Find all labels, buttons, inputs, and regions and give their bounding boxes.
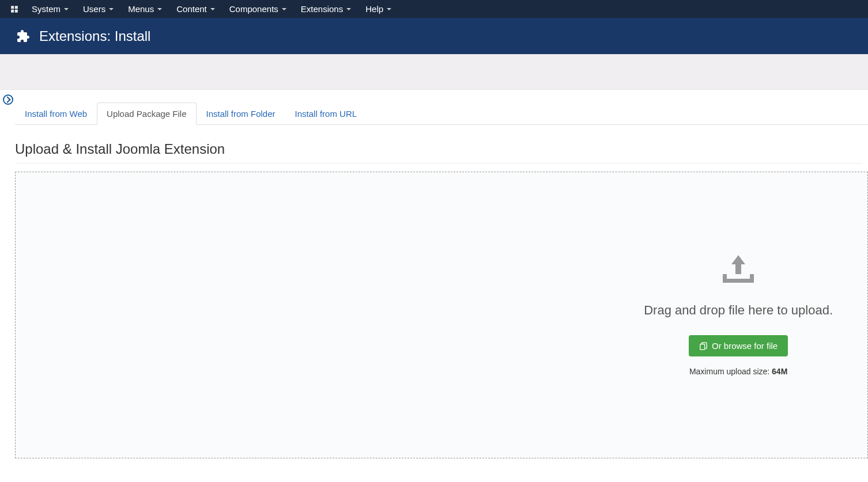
page-title: Extensions: Install [39, 28, 150, 44]
caret-down-icon [210, 8, 215, 10]
section-title: Upload & Install Joomla Extension [15, 141, 862, 164]
upload-icon [722, 254, 754, 283]
nav-users[interactable]: Users [83, 4, 114, 14]
nav-content[interactable]: Content [176, 4, 215, 14]
caret-down-icon [346, 8, 351, 10]
browse-label: Or browse for file [712, 341, 778, 351]
tab-install-from-web[interactable]: Install from Web [15, 103, 97, 124]
caret-down-icon [387, 8, 391, 10]
top-navigation: System Users Menus Content Components Ex… [0, 0, 868, 18]
drag-drop-text: Drag and drop file here to upload. [644, 303, 833, 318]
caret-down-icon [282, 8, 286, 10]
browse-button[interactable]: Or browse for file [689, 335, 788, 356]
tabs: Install from Web Upload Package File Ins… [15, 90, 868, 125]
joomla-logo-icon [9, 3, 20, 15]
content-area: Install from Web Upload Package File Ins… [0, 90, 868, 458]
copy-icon [699, 342, 707, 350]
nav-extensions[interactable]: Extensions [301, 4, 351, 14]
puzzle-piece-icon [16, 29, 30, 43]
nav-items: System Users Menus Content Components Ex… [32, 4, 391, 14]
nav-system[interactable]: System [32, 4, 69, 14]
tab-install-from-url[interactable]: Install from URL [285, 103, 367, 124]
svg-rect-0 [700, 344, 705, 350]
sidebar-toggle-icon[interactable] [3, 94, 13, 105]
upload-dropzone[interactable]: Drag and drop file here to upload. Or br… [15, 172, 868, 458]
nav-components[interactable]: Components [229, 4, 286, 14]
tab-upload-package-file[interactable]: Upload Package File [97, 103, 196, 125]
toolbar-area [0, 54, 868, 90]
caret-down-icon [109, 8, 114, 10]
nav-menus[interactable]: Menus [128, 4, 162, 14]
max-upload-size: Maximum upload size: 64M [689, 367, 787, 376]
caret-down-icon [64, 8, 69, 10]
upload-content: Drag and drop file here to upload. Or br… [644, 254, 833, 376]
caret-down-icon [157, 8, 162, 10]
page-header: Extensions: Install [0, 18, 868, 54]
nav-help[interactable]: Help [365, 4, 391, 14]
tab-install-from-folder[interactable]: Install from Folder [197, 103, 285, 124]
